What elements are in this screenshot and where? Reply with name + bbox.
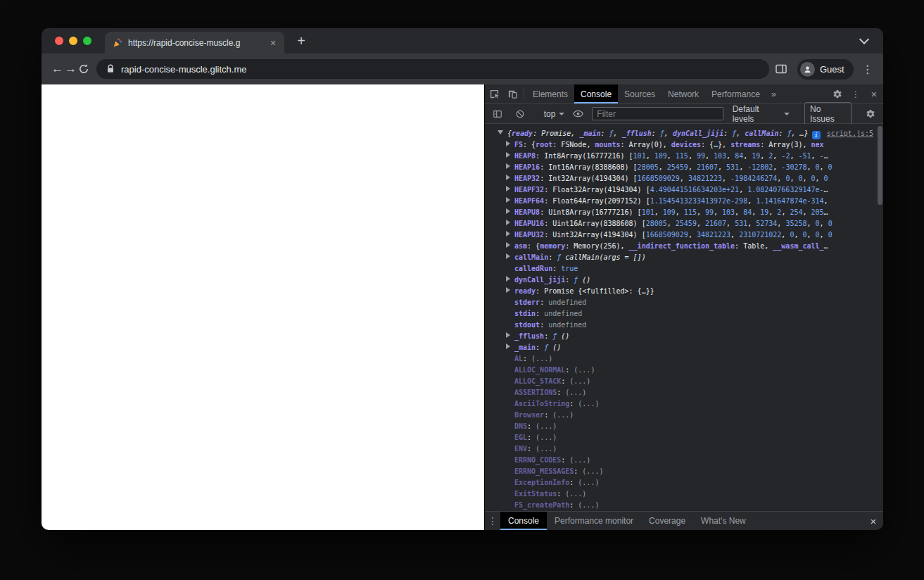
getter-invoke[interactable]: (...) — [578, 479, 599, 486]
drawer-tab-console[interactable]: Console — [500, 512, 547, 530]
clear-console-icon[interactable] — [512, 109, 529, 119]
expand-triangle-icon[interactable] — [506, 141, 510, 146]
drawer-tab-whats-new[interactable]: What's New — [693, 512, 754, 530]
token: : — [552, 141, 561, 149]
drawer-tab-performance-monitor[interactable]: Performance monitor — [547, 512, 641, 530]
expand-triangle-icon[interactable] — [506, 186, 510, 191]
close-window-button[interactable] — [55, 37, 63, 45]
drawer-tab-coverage[interactable]: Coverage — [641, 512, 693, 530]
device-toolbar-icon[interactable] — [503, 84, 521, 103]
inspect-element-icon[interactable] — [485, 84, 503, 103]
getter-invoke[interactable]: (...) — [582, 467, 603, 475]
expand-triangle-icon[interactable] — [506, 208, 510, 214]
more-tabs-icon[interactable]: » — [766, 84, 781, 103]
property-name: ERRNO_CODES — [514, 456, 561, 464]
separator: , — [760, 152, 768, 160]
console-line[interactable]: HEAP32: Int32Array(4194304) [1668509029,… — [485, 173, 883, 184]
drawer-menu-icon[interactable]: ⋮ — [485, 512, 500, 530]
filter-input[interactable] — [592, 107, 723, 120]
console-line[interactable]: ready: Promise {<fulfilled>: {…}} — [485, 286, 883, 297]
number-value: 21607 — [697, 163, 718, 171]
console-line[interactable]: script.js:5{ready: Promise, _main: ƒ, _f… — [485, 128, 883, 139]
console-messages[interactable]: script.js:5{ready: Promise, _main: ƒ, _f… — [485, 124, 883, 511]
new-tab-button[interactable]: + — [291, 31, 311, 51]
getter-invoke[interactable]: (...) — [578, 400, 599, 408]
number-value: 101 — [633, 152, 646, 160]
tab-elements[interactable]: Elements — [526, 84, 574, 103]
issues-button[interactable]: No Issues — [804, 102, 852, 126]
expand-triangle-icon[interactable] — [506, 152, 510, 158]
property-name: calledRun — [514, 265, 552, 272]
log-levels-selector[interactable]: Default levels — [733, 104, 790, 124]
getter-invoke[interactable]: (...) — [569, 456, 590, 464]
getter-invoke[interactable]: (...) — [578, 501, 599, 509]
getter-invoke[interactable]: (...) — [574, 366, 595, 374]
navigation-bar: ← → rapid-concise-muscle.glitch.me Guest… — [42, 53, 883, 84]
expand-triangle-icon[interactable] — [506, 332, 510, 338]
console-line[interactable]: dynCall_jiji: ƒ () — [485, 275, 883, 286]
collapse-triangle-icon[interactable] — [498, 130, 503, 134]
address-bar[interactable]: rapid-concise-muscle.glitch.me — [96, 59, 769, 79]
getter-invoke[interactable]: (...) — [565, 490, 586, 498]
separator: , — [667, 152, 676, 160]
console-line[interactable]: callMain: ƒ callMain(args = []) — [485, 252, 883, 263]
expand-triangle-icon[interactable] — [506, 231, 510, 237]
expand-triangle-icon[interactable] — [506, 197, 510, 203]
profile-button[interactable]: Guest — [797, 59, 854, 80]
getter-invoke[interactable]: (...) — [536, 434, 557, 441]
console-line[interactable]: _fflush: ƒ () — [485, 331, 883, 342]
tab-performance[interactable]: Performance — [705, 84, 766, 103]
console-line[interactable]: FS: {root: FSNode, mounts: Array(0), dev… — [485, 139, 883, 151]
console-settings-gear-icon[interactable] — [861, 109, 879, 119]
tab-sources[interactable]: Sources — [618, 84, 662, 103]
getter-invoke[interactable]: (...) — [536, 445, 557, 453]
console-line[interactable]: HEAPU8: Uint8Array(16777216) [101, 109, … — [485, 207, 883, 218]
tab-console[interactable]: Console — [574, 84, 618, 103]
console-line[interactable]: HEAP16: Int16Array(8388608) [28005, 2545… — [485, 162, 883, 173]
getter-invoke[interactable]: (...) — [565, 389, 586, 396]
devtools-menu-icon[interactable]: ⋮ — [847, 84, 865, 103]
tab-search-chevron-icon[interactable] — [861, 39, 868, 43]
minimize-window-button[interactable] — [69, 37, 77, 45]
live-expression-eye-icon[interactable] — [569, 108, 587, 119]
devtools-close-icon[interactable]: × — [865, 84, 883, 103]
context-selector[interactable]: top — [544, 109, 565, 119]
expand-triangle-icon[interactable] — [506, 220, 510, 225]
console-line[interactable]: HEAPF64: Float64Array(2097152) [1.154541… — [485, 196, 883, 207]
expand-triangle-icon[interactable] — [506, 253, 510, 259]
side-panel-icon[interactable] — [771, 58, 792, 80]
expand-triangle-icon[interactable] — [506, 163, 510, 169]
scrollbar-thumb[interactable] — [878, 126, 882, 205]
console-line[interactable]: HEAPU16: Uint16Array(8388608) [28005, 25… — [485, 218, 883, 229]
tab-close-icon[interactable]: × — [267, 37, 279, 49]
console-line[interactable]: asm: {memory: Memory(256), __indirect_fu… — [485, 241, 883, 252]
devtools-settings-gear-icon[interactable] — [828, 84, 847, 103]
token: : — [569, 400, 578, 408]
forward-button[interactable]: → — [65, 58, 77, 80]
info-badge-icon: i — [812, 131, 821, 139]
expand-triangle-icon[interactable] — [506, 242, 510, 248]
getter-invoke[interactable]: (...) — [569, 377, 590, 385]
getter-invoke[interactable]: (...) — [531, 355, 552, 362]
getter-invoke[interactable]: (...) — [552, 411, 574, 419]
expand-triangle-icon[interactable] — [506, 276, 510, 282]
source-location-link[interactable]: script.js:5 — [827, 128, 873, 139]
console-sidebar-icon[interactable] — [489, 109, 507, 119]
browser-menu-icon[interactable]: ⋮ — [859, 63, 876, 76]
property-name: nex — [811, 141, 824, 149]
console-line[interactable]: HEAPU32: Uint32Array(4194304) [166850902… — [485, 229, 883, 241]
expand-triangle-icon[interactable] — [506, 343, 510, 349]
console-line[interactable]: HEAP8: Int8Array(16777216) [101, 109, 11… — [485, 151, 883, 162]
zoom-window-button[interactable] — [83, 37, 91, 45]
getter-invoke[interactable]: (...) — [536, 422, 557, 430]
back-button[interactable]: ← — [51, 58, 63, 80]
console-line[interactable]: HEAPF32: Float32Array(4194304) [4.490441… — [485, 184, 883, 196]
token: Uint32Array(4194304) [ — [552, 231, 645, 239]
expand-triangle-icon[interactable] — [506, 175, 510, 180]
drawer-close-icon[interactable]: × — [863, 512, 883, 530]
browser-tab[interactable]: https://rapid-concise-muscle.g × — [105, 32, 284, 53]
tab-network[interactable]: Network — [662, 84, 705, 103]
console-line[interactable]: _main: ƒ () — [485, 342, 883, 353]
expand-triangle-icon[interactable] — [506, 287, 510, 293]
reload-button[interactable] — [78, 58, 89, 80]
